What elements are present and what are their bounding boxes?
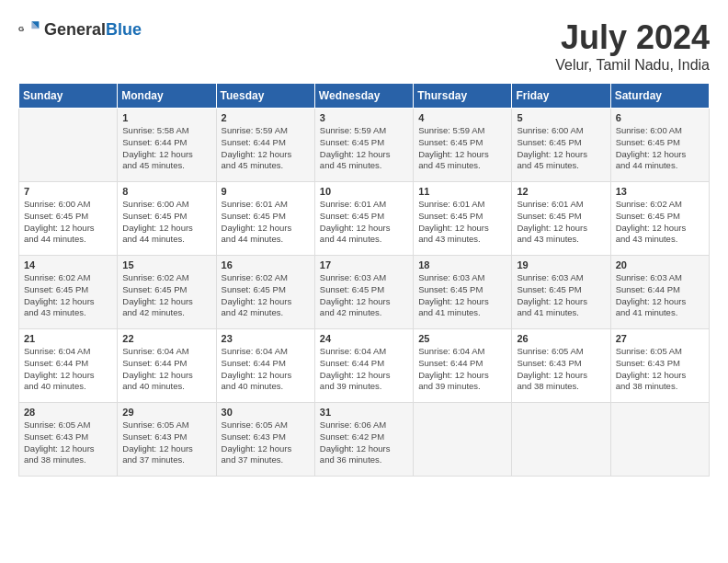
day-number: 27 xyxy=(616,333,704,344)
day-info: Sunrise: 6:05 AM Sunset: 6:43 PM Dayligh… xyxy=(517,346,605,393)
column-header-thursday: Thursday xyxy=(414,84,512,109)
calendar-cell: 20Sunrise: 6:03 AM Sunset: 6:44 PM Dayli… xyxy=(610,256,709,329)
day-info: Sunrise: 6:01 AM Sunset: 6:45 PM Dayligh… xyxy=(320,199,408,246)
day-info: Sunrise: 6:01 AM Sunset: 6:45 PM Dayligh… xyxy=(418,199,506,246)
calendar-cell: 11Sunrise: 6:01 AM Sunset: 6:45 PM Dayli… xyxy=(414,182,512,256)
day-info: Sunrise: 6:00 AM Sunset: 6:45 PM Dayligh… xyxy=(616,125,704,172)
calendar-cell: 30Sunrise: 6:05 AM Sunset: 6:43 PM Dayli… xyxy=(216,403,314,477)
calendar-cell: 27Sunrise: 6:05 AM Sunset: 6:43 PM Dayli… xyxy=(610,329,709,403)
day-info: Sunrise: 6:06 AM Sunset: 6:42 PM Dayligh… xyxy=(320,419,408,466)
location: Velur, Tamil Nadu, India xyxy=(555,57,710,74)
day-number: 17 xyxy=(320,259,408,270)
calendar-cell: 16Sunrise: 6:02 AM Sunset: 6:45 PM Dayli… xyxy=(216,256,314,329)
calendar-cell xyxy=(610,403,709,477)
page-header: G GeneralBlue July 2024 Velur, Tamil Nad… xyxy=(18,18,710,74)
logo-blue: Blue xyxy=(106,20,142,39)
calendar-cell xyxy=(414,403,512,477)
day-info: Sunrise: 6:03 AM Sunset: 6:44 PM Dayligh… xyxy=(616,272,704,319)
day-number: 24 xyxy=(320,333,408,344)
calendar-cell: 21Sunrise: 6:04 AM Sunset: 6:44 PM Dayli… xyxy=(19,329,118,403)
day-info: Sunrise: 5:59 AM Sunset: 6:45 PM Dayligh… xyxy=(418,125,506,172)
day-info: Sunrise: 6:05 AM Sunset: 6:43 PM Dayligh… xyxy=(24,419,112,466)
day-info: Sunrise: 6:03 AM Sunset: 6:45 PM Dayligh… xyxy=(418,272,506,319)
calendar-cell xyxy=(512,403,610,477)
day-number: 8 xyxy=(122,186,210,197)
calendar-cell: 6Sunrise: 6:00 AM Sunset: 6:45 PM Daylig… xyxy=(610,109,709,182)
calendar-cell: 22Sunrise: 6:04 AM Sunset: 6:44 PM Dayli… xyxy=(118,329,216,403)
day-info: Sunrise: 6:04 AM Sunset: 6:44 PM Dayligh… xyxy=(418,346,506,393)
calendar-cell: 14Sunrise: 6:02 AM Sunset: 6:45 PM Dayli… xyxy=(19,256,118,329)
calendar-cell: 12Sunrise: 6:01 AM Sunset: 6:45 PM Dayli… xyxy=(512,182,610,256)
calendar-cell: 10Sunrise: 6:01 AM Sunset: 6:45 PM Dayli… xyxy=(314,182,413,256)
calendar-header-row: SundayMondayTuesdayWednesdayThursdayFrid… xyxy=(19,84,710,109)
column-header-tuesday: Tuesday xyxy=(216,84,314,109)
logo: G GeneralBlue xyxy=(18,18,142,40)
day-number: 18 xyxy=(418,259,506,270)
calendar-week-row: 14Sunrise: 6:02 AM Sunset: 6:45 PM Dayli… xyxy=(19,256,710,329)
calendar-cell: 24Sunrise: 6:04 AM Sunset: 6:44 PM Dayli… xyxy=(314,329,413,403)
calendar-week-row: 7Sunrise: 6:00 AM Sunset: 6:45 PM Daylig… xyxy=(19,182,710,256)
calendar-cell: 13Sunrise: 6:02 AM Sunset: 6:45 PM Dayli… xyxy=(610,182,709,256)
calendar-week-row: 21Sunrise: 6:04 AM Sunset: 6:44 PM Dayli… xyxy=(19,329,710,403)
calendar-cell: 15Sunrise: 6:02 AM Sunset: 6:45 PM Dayli… xyxy=(118,256,216,329)
day-number: 21 xyxy=(24,333,112,344)
calendar-cell: 7Sunrise: 6:00 AM Sunset: 6:45 PM Daylig… xyxy=(19,182,118,256)
day-info: Sunrise: 6:03 AM Sunset: 6:45 PM Dayligh… xyxy=(517,272,605,319)
title-block: July 2024 Velur, Tamil Nadu, India xyxy=(555,18,710,74)
day-number: 30 xyxy=(222,407,310,418)
day-info: Sunrise: 6:05 AM Sunset: 6:43 PM Dayligh… xyxy=(122,419,210,466)
calendar-cell: 8Sunrise: 6:00 AM Sunset: 6:45 PM Daylig… xyxy=(118,182,216,256)
month-title: July 2024 xyxy=(555,18,710,57)
day-number: 5 xyxy=(517,112,605,123)
day-number: 23 xyxy=(222,333,310,344)
calendar-cell xyxy=(19,109,118,182)
day-number: 6 xyxy=(616,112,704,123)
day-number: 2 xyxy=(222,112,310,123)
day-info: Sunrise: 6:01 AM Sunset: 6:45 PM Dayligh… xyxy=(222,199,310,246)
svg-text:G: G xyxy=(18,25,24,33)
calendar-cell: 9Sunrise: 6:01 AM Sunset: 6:45 PM Daylig… xyxy=(216,182,314,256)
day-number: 26 xyxy=(517,333,605,344)
calendar-week-row: 1Sunrise: 5:58 AM Sunset: 6:44 PM Daylig… xyxy=(19,109,710,182)
day-number: 1 xyxy=(122,112,210,123)
day-number: 14 xyxy=(24,259,112,270)
day-info: Sunrise: 6:02 AM Sunset: 6:45 PM Dayligh… xyxy=(222,272,310,319)
day-info: Sunrise: 6:04 AM Sunset: 6:44 PM Dayligh… xyxy=(24,346,112,393)
day-number: 7 xyxy=(24,186,112,197)
day-number: 16 xyxy=(222,259,310,270)
day-info: Sunrise: 6:00 AM Sunset: 6:45 PM Dayligh… xyxy=(517,125,605,172)
day-info: Sunrise: 6:00 AM Sunset: 6:45 PM Dayligh… xyxy=(122,199,210,246)
calendar-week-row: 28Sunrise: 6:05 AM Sunset: 6:43 PM Dayli… xyxy=(19,403,710,477)
day-info: Sunrise: 6:02 AM Sunset: 6:45 PM Dayligh… xyxy=(616,199,704,246)
calendar-cell: 3Sunrise: 5:59 AM Sunset: 6:45 PM Daylig… xyxy=(314,109,413,182)
day-info: Sunrise: 6:02 AM Sunset: 6:45 PM Dayligh… xyxy=(24,272,112,319)
day-number: 3 xyxy=(320,112,408,123)
calendar-cell: 4Sunrise: 5:59 AM Sunset: 6:45 PM Daylig… xyxy=(414,109,512,182)
day-info: Sunrise: 6:02 AM Sunset: 6:45 PM Dayligh… xyxy=(122,272,210,319)
day-info: Sunrise: 6:04 AM Sunset: 6:44 PM Dayligh… xyxy=(122,346,210,393)
day-info: Sunrise: 6:05 AM Sunset: 6:43 PM Dayligh… xyxy=(222,419,310,466)
column-header-sunday: Sunday xyxy=(19,84,118,109)
day-info: Sunrise: 5:58 AM Sunset: 6:44 PM Dayligh… xyxy=(122,125,210,172)
day-info: Sunrise: 6:00 AM Sunset: 6:45 PM Dayligh… xyxy=(24,199,112,246)
day-number: 31 xyxy=(320,407,408,418)
calendar-cell: 18Sunrise: 6:03 AM Sunset: 6:45 PM Dayli… xyxy=(414,256,512,329)
day-number: 13 xyxy=(616,186,704,197)
calendar-cell: 26Sunrise: 6:05 AM Sunset: 6:43 PM Dayli… xyxy=(512,329,610,403)
calendar-cell: 28Sunrise: 6:05 AM Sunset: 6:43 PM Dayli… xyxy=(19,403,118,477)
day-info: Sunrise: 6:01 AM Sunset: 6:45 PM Dayligh… xyxy=(517,199,605,246)
day-number: 4 xyxy=(418,112,506,123)
day-number: 10 xyxy=(320,186,408,197)
calendar-cell: 29Sunrise: 6:05 AM Sunset: 6:43 PM Dayli… xyxy=(118,403,216,477)
day-number: 29 xyxy=(122,407,210,418)
calendar-cell: 5Sunrise: 6:00 AM Sunset: 6:45 PM Daylig… xyxy=(512,109,610,182)
day-info: Sunrise: 5:59 AM Sunset: 6:45 PM Dayligh… xyxy=(320,125,408,172)
day-info: Sunrise: 6:05 AM Sunset: 6:43 PM Dayligh… xyxy=(616,346,704,393)
logo-general: General xyxy=(44,20,106,39)
day-number: 15 xyxy=(122,259,210,270)
day-info: Sunrise: 6:04 AM Sunset: 6:44 PM Dayligh… xyxy=(222,346,310,393)
logo-icon: G xyxy=(18,18,40,40)
column-header-wednesday: Wednesday xyxy=(314,84,413,109)
calendar-cell: 17Sunrise: 6:03 AM Sunset: 6:45 PM Dayli… xyxy=(314,256,413,329)
logo-wordmark: GeneralBlue xyxy=(44,20,142,40)
